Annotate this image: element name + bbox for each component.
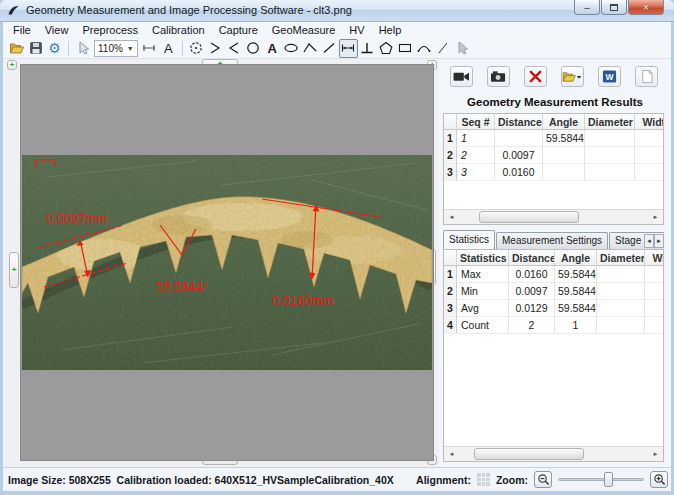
cell-angle[interactable]: 59.5844 (543, 130, 585, 147)
zoom-slider-thumb[interactable] (604, 472, 613, 487)
table-row[interactable]: 1 1 59.5844 (444, 130, 663, 147)
table-row[interactable]: 3 3 0.0160 (444, 164, 663, 181)
maximize-button[interactable] (601, 0, 627, 15)
cell-distance[interactable] (495, 130, 543, 147)
statistics-hscrollbar[interactable]: ◄ ► (444, 446, 663, 461)
cell-angle[interactable]: 1 (555, 317, 597, 334)
row-number[interactable]: 2 (444, 283, 457, 300)
cell-diameter[interactable] (585, 130, 635, 147)
menu-help[interactable]: Help (372, 23, 409, 37)
cell-distance[interactable]: 2 (509, 317, 555, 334)
settings-button[interactable]: ⚙ (45, 39, 64, 58)
export-word-button[interactable]: W (598, 66, 621, 87)
table-row[interactable]: 2 2 0.0097 (444, 147, 663, 164)
tab-scroll-left-icon[interactable]: ◄ (644, 234, 654, 248)
cell-width[interactable] (635, 164, 664, 181)
cell-angle[interactable] (543, 164, 585, 181)
cell-diameter[interactable] (585, 164, 635, 181)
title-bar[interactable]: Geometry Measurement and Image Processin… (0, 0, 674, 22)
circle-tool-button[interactable] (244, 39, 263, 58)
table-row[interactable]: 3 Avg 0.0129 59.5844 (444, 300, 663, 317)
distance-tool-button[interactable] (339, 39, 358, 58)
row-number[interactable]: 3 (444, 300, 457, 317)
tab-measurement-settings[interactable]: Measurement Settings (496, 232, 608, 249)
scroll-track[interactable] (459, 447, 648, 461)
viewer-corner-topleft-button[interactable]: + (7, 60, 17, 70)
cell-width[interactable] (635, 147, 664, 164)
circle-center-tool-button[interactable] (187, 39, 206, 58)
zoom-slider-track[interactable] (558, 478, 644, 481)
cell-distance[interactable]: 0.0129 (509, 300, 555, 317)
cell-diameter[interactable] (597, 300, 645, 317)
close-button[interactable]: × (628, 0, 664, 15)
scroll-track[interactable] (459, 210, 648, 224)
tab-scroll-right-icon[interactable]: ► (654, 234, 664, 248)
scroll-thumb[interactable] (479, 211, 579, 223)
cell-distance[interactable]: 0.0097 (495, 147, 543, 164)
cell-distance[interactable]: 0.0160 (495, 164, 543, 181)
cell-width[interactable] (645, 283, 664, 300)
cell-angle[interactable]: 59.5844 (555, 300, 597, 317)
menu-file[interactable]: File (6, 23, 38, 37)
scroll-right-icon[interactable]: ► (648, 210, 663, 224)
measurement-canvas[interactable]: 0.0097mm 59.5844° 0.0160mm (20, 64, 434, 461)
row-number[interactable]: 1 (444, 130, 457, 147)
zoom-out-button[interactable] (534, 471, 552, 488)
row-number[interactable]: 4 (444, 317, 457, 334)
scroll-left-icon[interactable]: ◄ (444, 447, 459, 461)
annotation-text-button[interactable]: A (263, 39, 282, 58)
open-file-button[interactable] (7, 39, 26, 58)
select-cursor-button[interactable] (73, 39, 92, 58)
menu-geomeasure[interactable]: GeoMeasure (265, 23, 343, 37)
row-number[interactable]: 3 (444, 164, 457, 181)
zoom-in-button[interactable] (650, 471, 668, 488)
alignment-grid-icon[interactable] (477, 473, 490, 486)
cell-seq[interactable]: 2 (457, 147, 495, 164)
cell-diameter[interactable] (597, 266, 645, 283)
line-tool-button[interactable] (320, 39, 339, 58)
cell-statistic[interactable]: Min (457, 283, 509, 300)
menu-hv[interactable]: HV (342, 23, 371, 37)
cell-seq[interactable]: 1 (457, 130, 495, 147)
menu-view[interactable]: View (38, 23, 76, 37)
specimen-image[interactable]: 0.0097mm 59.5844° 0.0160mm (22, 155, 432, 370)
cell-width[interactable] (645, 300, 664, 317)
pick-cursor-button[interactable] (453, 39, 472, 58)
cell-distance[interactable]: 0.0160 (509, 266, 555, 283)
new-document-button[interactable] (635, 66, 658, 87)
pentagon-tool-button[interactable] (377, 39, 396, 58)
table-row[interactable]: 4 Count 2 1 (444, 317, 663, 334)
ellipse-tool-button[interactable] (282, 39, 301, 58)
angle-tool-button[interactable] (206, 39, 225, 58)
cell-diameter[interactable] (585, 147, 635, 164)
arc-tool-button[interactable] (415, 39, 434, 58)
video-capture-button[interactable] (450, 66, 473, 87)
caliper-tool-button[interactable] (140, 39, 159, 58)
menu-preprocess[interactable]: Preprocess (75, 23, 145, 37)
menu-capture[interactable]: Capture (212, 23, 265, 37)
rectangle-tool-button[interactable] (396, 39, 415, 58)
zoom-level-dropdown[interactable]: 110% ▼ (94, 40, 138, 57)
export-open-button[interactable] (561, 66, 584, 87)
menu-calibration[interactable]: Calibration (145, 23, 212, 37)
cell-statistic[interactable]: Max (457, 266, 509, 283)
scroll-right-icon[interactable]: ► (648, 447, 663, 461)
row-number[interactable]: 2 (444, 147, 457, 164)
scroll-left-icon[interactable]: ◄ (444, 210, 459, 224)
zoom-slider[interactable] (558, 471, 644, 488)
snapshot-button[interactable] (487, 66, 510, 87)
scroll-thumb[interactable] (474, 448, 584, 460)
angle2-tool-button[interactable] (225, 39, 244, 58)
cell-diameter[interactable] (597, 317, 645, 334)
cell-distance[interactable]: 0.0097 (509, 283, 555, 300)
cell-statistic[interactable]: Count (457, 317, 509, 334)
perpendicular-tool-button[interactable] (358, 39, 377, 58)
save-button[interactable] (26, 39, 45, 58)
results-hscrollbar[interactable]: ◄ ► (444, 209, 663, 224)
text-tool-button[interactable]: A (159, 39, 178, 58)
delete-results-button[interactable] (524, 66, 547, 87)
cell-width[interactable] (645, 266, 664, 283)
table-row[interactable]: 2 Min 0.0097 59.5844 (444, 283, 663, 300)
row-number[interactable]: 1 (444, 266, 457, 283)
table-row[interactable]: 1 Max 0.0160 59.5844 (444, 266, 663, 283)
